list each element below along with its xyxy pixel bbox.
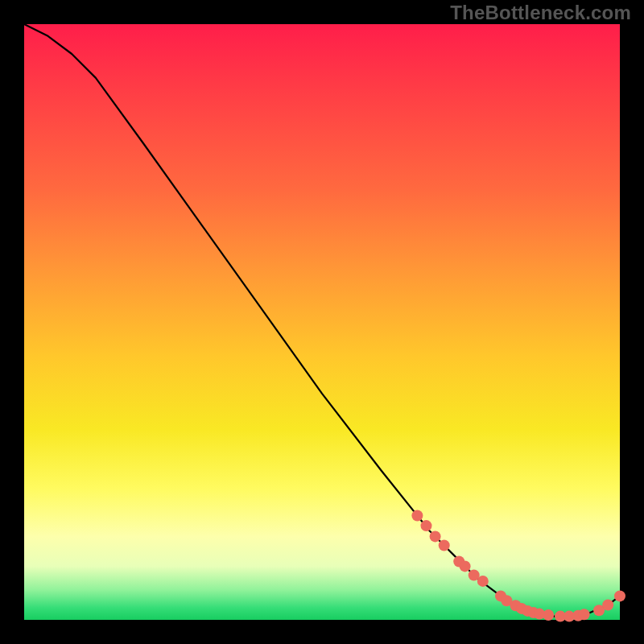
marker-dot xyxy=(614,590,625,601)
marker-dot xyxy=(602,600,613,611)
watermark-text: TheBottleneck.com xyxy=(450,2,631,24)
bottleneck-curve xyxy=(24,24,620,617)
chart-frame: TheBottleneck.com xyxy=(0,0,644,644)
plot-svg xyxy=(24,24,620,620)
marker-dot xyxy=(477,576,489,587)
marker-dot xyxy=(439,540,450,551)
marker-dot xyxy=(421,520,432,531)
marker-layer xyxy=(411,510,625,622)
marker-dot xyxy=(411,510,423,522)
plot-background-gradient xyxy=(24,24,620,620)
marker-dot xyxy=(543,609,554,621)
marker-dot xyxy=(460,560,471,572)
marker-dot xyxy=(430,530,441,542)
marker-dot xyxy=(579,609,590,620)
